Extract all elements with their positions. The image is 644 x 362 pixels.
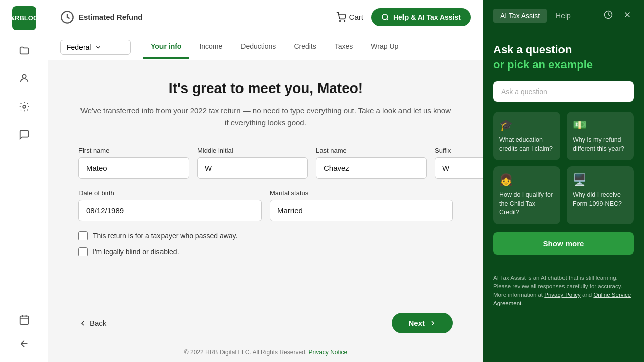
federal-dropdown[interactable]: Federal	[60, 40, 131, 55]
footer: © 2022 HRB Digital LLC. All Rights Reser…	[48, 343, 483, 362]
search-icon	[381, 13, 389, 21]
panel-subheading: or pick an example	[493, 58, 634, 71]
main-wrapper: Estimated Refund Cart Help & AI Tax Assi…	[48, 0, 483, 362]
close-panel-button[interactable]	[621, 8, 634, 23]
disclaimer-text: AI Tax Assist is an AI chatbot that is s…	[493, 274, 634, 308]
collapse-icon[interactable]	[12, 332, 36, 356]
scrollable-content: It's great to meet you, Mateo! We've tra…	[48, 60, 483, 362]
refund-icon	[60, 10, 74, 24]
show-more-button[interactable]: Show more	[493, 232, 634, 255]
person-icon[interactable]	[12, 66, 36, 90]
tab-credits[interactable]: Credits	[286, 35, 324, 59]
tab-deductions[interactable]: Deductions	[232, 35, 284, 59]
child-icon: 👧	[499, 173, 554, 187]
marital-label: Marital status	[270, 189, 453, 197]
suffix-label: Suffix	[435, 147, 483, 154]
education-icon: 🎓	[499, 119, 554, 132]
svg-rect-2	[20, 316, 28, 325]
education-credits-text: What education credits can I claim?	[499, 136, 554, 153]
history-icon	[604, 10, 613, 19]
panel-tabs: AI Tax Assist Help	[493, 9, 578, 23]
tab-taxes[interactable]: Taxes	[327, 35, 361, 59]
dob-input[interactable]	[78, 200, 262, 221]
dob-marital-row: Date of birth Marital status	[78, 189, 453, 221]
first-name-input[interactable]	[78, 157, 189, 179]
marital-group: Marital status	[270, 189, 453, 221]
estimated-refund: Estimated Refund	[60, 10, 143, 24]
svg-point-4	[339, 20, 340, 21]
last-name-group: Last name	[316, 147, 427, 179]
suffix-group: Suffix	[435, 147, 483, 179]
right-panel: AI Tax Assist Help Ask a question or pic…	[483, 0, 644, 362]
svg-point-6	[382, 14, 388, 20]
last-name-label: Last name	[316, 147, 427, 154]
child-tax-credit-card[interactable]: 👧 How do I qualify for the Child Tax Cre…	[493, 166, 560, 224]
nav-tabs: Federal Your info Income Deductions Cred…	[48, 34, 483, 60]
chevron-left-icon	[78, 319, 87, 327]
panel-heading: Ask a question	[493, 43, 634, 56]
page-title: It's great to meet you, Mateo!	[78, 80, 453, 97]
suffix-input[interactable]	[435, 157, 483, 179]
svg-point-1	[23, 105, 26, 108]
middle-initial-label: Middle initial	[197, 147, 308, 154]
tab-wrap-up[interactable]: Wrap Up	[363, 35, 407, 59]
marital-input[interactable]	[270, 200, 453, 221]
help-ai-button[interactable]: Help & AI Tax Assist	[371, 8, 471, 26]
svg-point-5	[344, 20, 345, 21]
panel-header: AI Tax Assist Help	[483, 0, 644, 31]
refund-different-text: Why is my refund different this year?	[573, 136, 628, 153]
cart-icon	[336, 12, 346, 22]
passed-away-label[interactable]: This return is for a taxpayer who passed…	[93, 232, 237, 240]
first-name-group: First name	[78, 147, 189, 179]
chevron-down-icon	[95, 44, 102, 51]
hrblock-logo[interactable]: H&RBLOCK	[12, 6, 36, 30]
money-icon: 💵	[573, 119, 628, 132]
sidebar: H&RBLOCK	[0, 0, 48, 362]
example-cards: 🎓 What education credits can I claim? 💵 …	[493, 112, 634, 224]
page-subtitle: We've transferred info from your 2022 ta…	[78, 105, 453, 129]
blind-disabled-row: I'm legally blind or disabled.	[78, 247, 453, 256]
content-area: It's great to meet you, Mateo! We've tra…	[48, 60, 483, 303]
passed-away-row: This return is for a taxpayer who passed…	[78, 231, 453, 240]
folder-icon[interactable]	[12, 38, 36, 62]
form-1099-text: Why did I receive Form 1099-NEC?	[573, 191, 628, 208]
last-name-input[interactable]	[316, 157, 427, 179]
settings-icon[interactable]	[12, 95, 36, 119]
middle-initial-group: Middle initial	[197, 147, 308, 179]
dob-group: Date of birth	[78, 189, 262, 221]
dob-label: Date of birth	[78, 189, 262, 197]
document-icon: 🖥️	[573, 173, 628, 187]
privacy-notice-link[interactable]: Privacy Notice	[308, 349, 347, 356]
tab-ai-tax-assist[interactable]: AI Tax Assist	[493, 9, 547, 23]
panel-body: Ask a question or pick an example 🎓 What…	[483, 31, 644, 362]
chat-icon[interactable]	[12, 123, 36, 147]
refund-different-card[interactable]: 💵 Why is my refund different this year?	[567, 112, 634, 160]
name-row: First name Middle initial Last name Suff…	[78, 147, 453, 179]
cart-button[interactable]: Cart	[336, 12, 363, 22]
blind-disabled-label[interactable]: I'm legally blind or disabled.	[93, 248, 179, 256]
education-credits-card[interactable]: 🎓 What education credits can I claim?	[493, 112, 560, 160]
chevron-right-icon	[429, 319, 437, 327]
close-icon	[623, 10, 632, 19]
panel-divider	[493, 265, 634, 265]
tab-your-info[interactable]: Your info	[143, 35, 189, 59]
middle-initial-input[interactable]	[197, 157, 308, 179]
form-1099-card[interactable]: 🖥️ Why did I receive Form 1099-NEC?	[567, 166, 634, 224]
passed-away-checkbox[interactable]	[78, 231, 88, 240]
history-button[interactable]	[602, 8, 615, 23]
bottom-nav: Back Next	[48, 303, 483, 343]
svg-point-0	[22, 75, 26, 78]
ask-question-input[interactable]	[493, 81, 634, 102]
panel-icons	[602, 8, 634, 23]
tab-income[interactable]: Income	[191, 35, 230, 59]
calendar-icon[interactable]	[12, 308, 36, 332]
back-button[interactable]: Back	[78, 319, 106, 327]
top-header: Estimated Refund Cart Help & AI Tax Assi…	[48, 0, 483, 34]
blind-disabled-checkbox[interactable]	[78, 247, 88, 256]
next-button[interactable]: Next	[392, 313, 453, 333]
privacy-policy-link[interactable]: Privacy Policy	[544, 292, 581, 298]
estimated-refund-label: Estimated Refund	[78, 13, 143, 21]
child-tax-credit-text: How do I qualify for the Child Tax Credi…	[499, 191, 554, 217]
first-name-label: First name	[78, 147, 189, 154]
tab-help[interactable]: Help	[549, 9, 578, 23]
